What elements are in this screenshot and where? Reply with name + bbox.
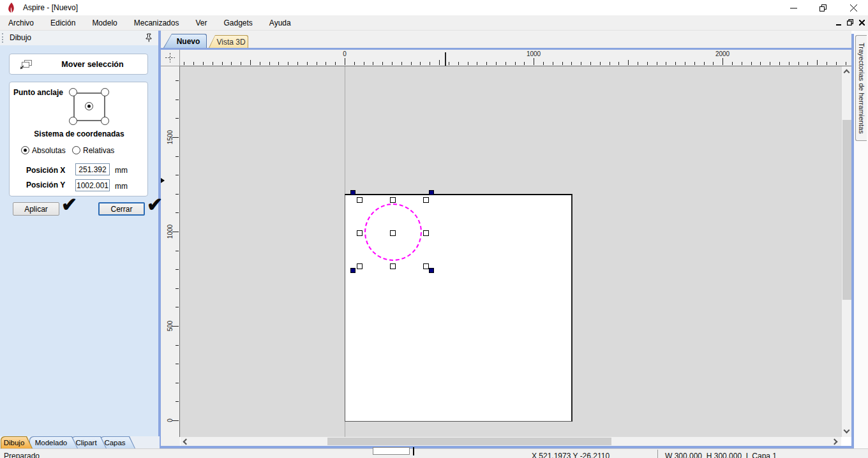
horizontal-scrollbar[interactable] bbox=[181, 437, 841, 446]
menu-bar: Archivo Edición Modelo Mecanizados Ver G… bbox=[0, 15, 868, 31]
close-check-icon: ✔ bbox=[147, 195, 163, 214]
vertical-ruler: 1500 1000 500 0 bbox=[161, 66, 180, 437]
tab-dibujo[interactable]: Dibujo bbox=[1, 436, 33, 448]
minimize-button[interactable] bbox=[784, 0, 803, 15]
selection-handle-se[interactable] bbox=[423, 263, 429, 269]
panel-title: Dibujo bbox=[10, 33, 31, 42]
menu-archivo[interactable]: Archivo bbox=[0, 16, 42, 30]
scroll-right-icon[interactable] bbox=[832, 439, 838, 445]
position-x-label: Posición X bbox=[26, 166, 65, 175]
hruler-label-2000: 2000 bbox=[715, 50, 730, 57]
menu-ayuda[interactable]: Ayuda bbox=[261, 16, 299, 30]
scrollbar-corner bbox=[161, 437, 180, 446]
relative-radio[interactable] bbox=[72, 146, 80, 154]
tool-header-label: Mover selección bbox=[61, 60, 123, 69]
tab-nuevo-label: Nuevo bbox=[177, 37, 200, 46]
move-tool-box: Punto anclaje Sistema de coordenadas Abs… bbox=[9, 82, 148, 196]
menu-gadgets[interactable]: Gadgets bbox=[215, 16, 260, 30]
toolpaths-tab-label: Trayectorias de herramientas bbox=[858, 43, 865, 134]
tool-header-box: Mover selección bbox=[9, 54, 148, 75]
tab-modelado[interactable]: Modelado bbox=[29, 436, 78, 448]
position-y-label: Posición Y bbox=[26, 181, 65, 189]
absolute-radio-label[interactable]: Absolutas bbox=[32, 146, 66, 155]
tab-vista-3d[interactable]: Vista 3D bbox=[209, 35, 248, 48]
drawing-canvas[interactable] bbox=[180, 66, 841, 437]
selection-handle-sw[interactable] bbox=[357, 263, 363, 269]
absolute-radio[interactable] bbox=[21, 146, 29, 154]
status-divider bbox=[657, 450, 658, 458]
selection-handle-n[interactable] bbox=[390, 197, 396, 203]
horizontal-scrollbar-thumb[interactable] bbox=[327, 438, 611, 445]
anchor-bottom-left-radio[interactable] bbox=[69, 117, 77, 125]
hruler-label-0: 0 bbox=[343, 50, 347, 57]
window-title: Aspire - [Nuevo] bbox=[23, 3, 78, 12]
panel-grip-handle[interactable] bbox=[2, 33, 4, 43]
tab-vista-3d-label: Vista 3D bbox=[216, 38, 245, 47]
drawing-panel: Dibujo Mover selección Punto anclaje bbox=[0, 31, 158, 436]
hruler-cursor-marker bbox=[445, 52, 446, 66]
scale-handle-ne[interactable] bbox=[429, 190, 434, 195]
anchor-top-left-radio[interactable] bbox=[69, 88, 77, 96]
menu-mecanizados[interactable]: Mecanizados bbox=[126, 16, 188, 30]
panel-header: Dibujo bbox=[0, 31, 158, 45]
selection-handle-center[interactable] bbox=[390, 230, 396, 236]
toolpaths-tab[interactable]: Trayectorias de herramientas bbox=[855, 35, 867, 141]
status-cursor-position: X 521.1973 Y -26.2110 bbox=[532, 452, 610, 458]
status-ready-text: Preparado bbox=[4, 452, 40, 458]
move-selection-icon bbox=[20, 59, 33, 71]
position-x-unit: mm bbox=[115, 166, 128, 175]
scale-handle-sw[interactable] bbox=[350, 268, 355, 273]
relative-radio-label[interactable]: Relativas bbox=[83, 146, 114, 155]
title-bar: Aspire - [Nuevo] bbox=[0, 0, 868, 15]
scale-handle-nw[interactable] bbox=[350, 190, 355, 195]
scroll-left-icon[interactable] bbox=[183, 439, 190, 445]
selection-handle-nw[interactable] bbox=[357, 197, 363, 203]
hruler-label-1000: 1000 bbox=[527, 50, 541, 57]
scroll-down-icon[interactable] bbox=[844, 427, 850, 434]
text-caret bbox=[413, 447, 414, 455]
app-logo-icon bbox=[7, 3, 15, 15]
status-entry-field bbox=[373, 447, 410, 455]
anchor-bottom-right-radio[interactable] bbox=[101, 117, 109, 125]
apply-button[interactable]: Aplicar bbox=[13, 202, 59, 216]
vertical-scrollbar[interactable] bbox=[841, 66, 851, 437]
menu-edicion[interactable]: Edición bbox=[42, 16, 84, 30]
mdi-minimize-button[interactable] bbox=[834, 17, 844, 27]
position-y-unit: mm bbox=[115, 182, 128, 191]
selection-handle-e[interactable] bbox=[423, 230, 429, 236]
vertical-scrollbar-thumb[interactable] bbox=[842, 120, 851, 300]
restore-button[interactable] bbox=[813, 0, 832, 15]
anchor-center-radio[interactable] bbox=[85, 102, 93, 110]
scale-handle-se[interactable] bbox=[429, 268, 434, 273]
scroll-up-icon[interactable] bbox=[844, 70, 850, 76]
selection-handle-ne[interactable] bbox=[423, 197, 429, 203]
status-selection-size: W 300.000 H 300.000 L Capa 1 bbox=[665, 452, 777, 458]
vruler-cursor-marker bbox=[161, 178, 165, 183]
selection-handle-s[interactable] bbox=[390, 263, 396, 269]
position-y-input[interactable] bbox=[75, 179, 110, 191]
view-tab-strip bbox=[161, 31, 851, 48]
mdi-close-button[interactable] bbox=[857, 17, 867, 27]
horizontal-ruler: 0 1000 2000 bbox=[180, 50, 851, 66]
selection-handle-w[interactable] bbox=[357, 230, 363, 236]
coord-system-label: Sistema de coordenadas bbox=[10, 129, 149, 138]
position-x-input[interactable] bbox=[75, 163, 110, 175]
pin-icon[interactable] bbox=[145, 33, 153, 44]
menu-ver[interactable]: Ver bbox=[187, 16, 215, 30]
close-button[interactable] bbox=[844, 0, 863, 15]
menu-modelo[interactable]: Modelo bbox=[84, 16, 125, 30]
close-tool-button[interactable]: Cerrar bbox=[98, 202, 145, 216]
anchor-top-right-radio[interactable] bbox=[101, 88, 109, 96]
apply-check-icon: ✔ bbox=[61, 195, 77, 214]
mdi-restore-button[interactable] bbox=[845, 17, 855, 27]
anchor-point-label: Punto anclaje bbox=[13, 88, 63, 97]
ruler-origin-icon bbox=[161, 50, 180, 66]
